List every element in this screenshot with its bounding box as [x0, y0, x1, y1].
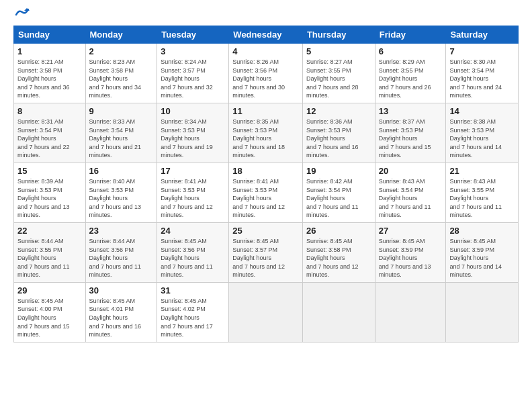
calendar-cell: 2 Sunrise: 8:23 AMSunset: 3:58 PMDayligh… [85, 44, 157, 103]
day-info: Sunrise: 8:44 AMSunset: 3:56 PMDaylight … [89, 238, 142, 278]
day-number: 21 [449, 166, 515, 176]
calendar-cell: 21 Sunrise: 8:43 AMSunset: 3:55 PMDaylig… [446, 163, 519, 222]
calendar-cell: 14 Sunrise: 8:38 AMSunset: 3:53 PMDaylig… [446, 103, 519, 163]
calendar-cell: 29 Sunrise: 8:45 AMSunset: 4:00 PMDaylig… [14, 282, 86, 342]
day-number: 30 [89, 285, 154, 295]
calendar-week-row: 15 Sunrise: 8:39 AMSunset: 3:53 PMDaylig… [14, 163, 519, 222]
calendar-cell: 9 Sunrise: 8:33 AMSunset: 3:54 PMDayligh… [85, 103, 157, 163]
calendar-header-saturday: Saturday [446, 26, 519, 44]
calendar-cell: 8 Sunrise: 8:31 AMSunset: 3:54 PMDayligh… [14, 103, 86, 163]
calendar-cell [446, 282, 519, 342]
calendar-cell: 26 Sunrise: 8:45 AMSunset: 3:58 PMDaylig… [302, 222, 375, 282]
day-info: Sunrise: 8:45 AMSunset: 3:58 PMDaylight … [306, 238, 359, 278]
day-info: Sunrise: 8:41 AMSunset: 3:53 PMDaylight … [161, 178, 213, 218]
day-info: Sunrise: 8:37 AMSunset: 3:53 PMDaylight … [379, 118, 431, 158]
day-info: Sunrise: 8:42 AMSunset: 3:54 PMDaylight … [306, 178, 359, 218]
calendar-cell: 24 Sunrise: 8:45 AMSunset: 3:56 PMDaylig… [157, 222, 229, 282]
day-info: Sunrise: 8:45 AMSunset: 3:56 PMDaylight … [161, 238, 213, 278]
calendar-cell: 30 Sunrise: 8:45 AMSunset: 4:01 PMDaylig… [85, 282, 157, 342]
calendar-cell: 16 Sunrise: 8:40 AMSunset: 3:53 PMDaylig… [85, 163, 157, 222]
day-number: 10 [161, 106, 225, 116]
day-info: Sunrise: 8:40 AMSunset: 3:53 PMDaylight … [89, 178, 142, 218]
day-info: Sunrise: 8:36 AMSunset: 3:53 PMDaylight … [306, 118, 359, 158]
calendar-table: SundayMondayTuesdayWednesdayThursdayFrid… [13, 26, 519, 342]
page: SundayMondayTuesdayWednesdayThursdayFrid… [0, 0, 532, 411]
day-info: Sunrise: 8:24 AMSunset: 3:57 PMDaylight … [161, 58, 213, 99]
day-number: 26 [306, 226, 371, 236]
calendar-week-row: 22 Sunrise: 8:44 AMSunset: 3:55 PMDaylig… [14, 222, 519, 282]
day-info: Sunrise: 8:43 AMSunset: 3:55 PMDaylight … [449, 178, 502, 218]
day-number: 14 [449, 106, 515, 116]
day-number: 20 [379, 166, 443, 176]
day-info: Sunrise: 8:45 AMSunset: 4:00 PMDaylight … [17, 298, 70, 338]
calendar-cell: 13 Sunrise: 8:37 AMSunset: 3:53 PMDaylig… [375, 103, 446, 163]
calendar-cell: 22 Sunrise: 8:44 AMSunset: 3:55 PMDaylig… [14, 222, 86, 282]
calendar-cell: 1 Sunrise: 8:21 AMSunset: 3:58 PMDayligh… [14, 44, 86, 103]
day-info: Sunrise: 8:21 AMSunset: 3:58 PMDaylight … [17, 58, 70, 99]
logo-wave-icon [15, 7, 30, 19]
day-number: 17 [161, 166, 225, 176]
day-number: 8 [17, 106, 82, 116]
calendar-cell: 10 Sunrise: 8:34 AMSunset: 3:53 PMDaylig… [157, 103, 229, 163]
day-number: 6 [379, 46, 443, 56]
day-info: Sunrise: 8:30 AMSunset: 3:54 PMDaylight … [449, 58, 502, 99]
day-number: 27 [379, 226, 443, 236]
day-number: 3 [161, 46, 225, 56]
calendar-cell [229, 282, 303, 342]
day-number: 1 [17, 46, 82, 56]
day-info: Sunrise: 8:44 AMSunset: 3:55 PMDaylight … [17, 238, 70, 278]
calendar-cell: 6 Sunrise: 8:29 AMSunset: 3:55 PMDayligh… [375, 44, 446, 103]
calendar-header-monday: Monday [85, 26, 157, 44]
day-number: 29 [17, 285, 82, 295]
calendar-cell: 23 Sunrise: 8:44 AMSunset: 3:56 PMDaylig… [85, 222, 157, 282]
day-info: Sunrise: 8:45 AMSunset: 4:01 PMDaylight … [89, 298, 142, 338]
calendar-cell: 25 Sunrise: 8:45 AMSunset: 3:57 PMDaylig… [229, 222, 303, 282]
day-info: Sunrise: 8:31 AMSunset: 3:54 PMDaylight … [17, 118, 70, 158]
calendar-header-thursday: Thursday [302, 26, 375, 44]
calendar-header-friday: Friday [375, 26, 446, 44]
day-info: Sunrise: 8:26 AMSunset: 3:56 PMDaylight … [232, 58, 285, 99]
day-info: Sunrise: 8:38 AMSunset: 3:53 PMDaylight … [449, 118, 502, 158]
day-number: 18 [232, 166, 299, 176]
day-info: Sunrise: 8:41 AMSunset: 3:53 PMDaylight … [232, 178, 285, 218]
day-number: 25 [232, 226, 299, 236]
calendar-week-row: 29 Sunrise: 8:45 AMSunset: 4:00 PMDaylig… [14, 282, 519, 342]
day-info: Sunrise: 8:45 AMSunset: 3:57 PMDaylight … [232, 238, 285, 278]
calendar-cell [375, 282, 446, 342]
day-number: 23 [89, 226, 154, 236]
day-number: 2 [89, 46, 154, 56]
day-number: 7 [449, 46, 515, 56]
day-info: Sunrise: 8:33 AMSunset: 3:54 PMDaylight … [89, 118, 142, 158]
day-info: Sunrise: 8:45 AMSunset: 3:59 PMDaylight … [379, 238, 431, 278]
day-number: 28 [449, 226, 515, 236]
calendar-header-sunday: Sunday [14, 26, 86, 44]
calendar-cell: 7 Sunrise: 8:30 AMSunset: 3:54 PMDayligh… [446, 44, 519, 103]
day-info: Sunrise: 8:45 AMSunset: 3:59 PMDaylight … [449, 238, 502, 278]
day-number: 19 [306, 166, 371, 176]
calendar-cell: 28 Sunrise: 8:45 AMSunset: 3:59 PMDaylig… [446, 222, 519, 282]
calendar-header-row: SundayMondayTuesdayWednesdayThursdayFrid… [14, 26, 519, 44]
calendar-cell: 17 Sunrise: 8:41 AMSunset: 3:53 PMDaylig… [157, 163, 229, 222]
day-number: 31 [161, 285, 225, 295]
day-number: 5 [306, 46, 371, 56]
day-info: Sunrise: 8:27 AMSunset: 3:55 PMDaylight … [306, 58, 359, 99]
calendar-cell: 12 Sunrise: 8:36 AMSunset: 3:53 PMDaylig… [302, 103, 375, 163]
day-number: 22 [17, 226, 82, 236]
header [13, 11, 519, 19]
day-info: Sunrise: 8:34 AMSunset: 3:53 PMDaylight … [161, 118, 213, 158]
day-info: Sunrise: 8:29 AMSunset: 3:55 PMDaylight … [379, 58, 431, 99]
day-number: 24 [161, 226, 225, 236]
day-number: 15 [17, 166, 82, 176]
calendar-cell: 5 Sunrise: 8:27 AMSunset: 3:55 PMDayligh… [302, 44, 375, 103]
logo [13, 11, 30, 19]
calendar-cell: 3 Sunrise: 8:24 AMSunset: 3:57 PMDayligh… [157, 44, 229, 103]
calendar-cell: 27 Sunrise: 8:45 AMSunset: 3:59 PMDaylig… [375, 222, 446, 282]
calendar-week-row: 8 Sunrise: 8:31 AMSunset: 3:54 PMDayligh… [14, 103, 519, 163]
day-info: Sunrise: 8:43 AMSunset: 3:54 PMDaylight … [379, 178, 431, 218]
calendar-cell: 20 Sunrise: 8:43 AMSunset: 3:54 PMDaylig… [375, 163, 446, 222]
day-number: 4 [232, 46, 299, 56]
calendar-cell: 19 Sunrise: 8:42 AMSunset: 3:54 PMDaylig… [302, 163, 375, 222]
calendar-header-wednesday: Wednesday [229, 26, 303, 44]
calendar-header-tuesday: Tuesday [157, 26, 229, 44]
day-info: Sunrise: 8:39 AMSunset: 3:53 PMDaylight … [17, 178, 70, 218]
